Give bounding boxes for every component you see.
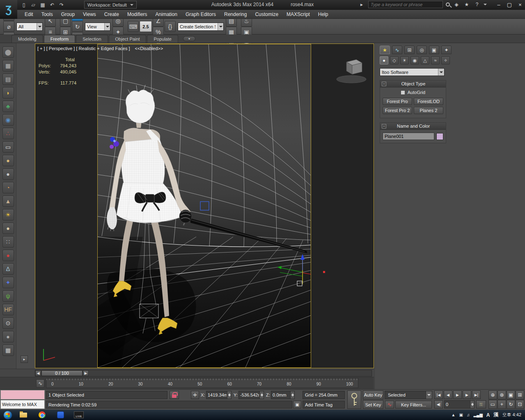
taskbar-clock[interactable]: 오후 4:42 (502, 412, 521, 418)
next-frame-button[interactable]: ▶ (463, 390, 471, 399)
pebble-icon[interactable]: ● (2, 331, 14, 342)
maxscript-mini-listener[interactable]: Welcome to MAX (0, 400, 45, 409)
menu-item[interactable]: Customize (251, 10, 282, 18)
ime-hanja-indicator[interactable]: 漢 (494, 411, 499, 418)
search-flyout-icon[interactable]: ▸ (358, 1, 365, 8)
render-safe-frame[interactable] (97, 44, 311, 368)
zoom-all-icon[interactable]: ⊛ (497, 390, 506, 399)
object-category-dropdown[interactable]: Itoo Software (380, 68, 445, 76)
favorites-icon[interactable]: ★ (463, 1, 470, 8)
zoom-extents-all-icon[interactable]: ⊞ (516, 390, 524, 399)
selection-filter-dropdown[interactable]: All (16, 23, 43, 31)
search-input[interactable] (368, 1, 443, 8)
menu-item[interactable]: Views (79, 10, 100, 18)
object-type-button[interactable]: Forest Pro (383, 98, 412, 105)
orbit-icon[interactable]: ↻ (507, 400, 515, 409)
previous-frame-button[interactable]: ◀ (444, 390, 452, 399)
viewport-scene[interactable] (98, 44, 311, 367)
y-coordinate-field[interactable] (238, 391, 264, 399)
key-filters-button[interactable]: Key Filters... (395, 401, 432, 409)
stone-icon[interactable]: ● (2, 223, 14, 234)
current-frame-field[interactable] (444, 400, 475, 409)
menu-item[interactable]: Tools (37, 10, 57, 18)
next-frame-arrow[interactable]: ▶ (83, 370, 89, 376)
menu-item[interactable]: Modifiers (123, 10, 151, 18)
tan-sphere-icon[interactable]: ● (2, 155, 14, 166)
z-coordinate-field[interactable] (271, 391, 295, 399)
cameras-icon[interactable]: ◉ (410, 56, 419, 64)
key-set-dropdown[interactable]: Selected (385, 391, 432, 399)
toolbar-flyout-button[interactable]: ▸ (21, 356, 28, 363)
picture-icon[interactable]: ▦ (2, 60, 14, 71)
menu-item[interactable]: Group (57, 10, 79, 18)
time-tag-field[interactable]: Add Time Tag (303, 401, 345, 409)
object-color-swatch[interactable] (436, 133, 443, 140)
spheres-icon[interactable]: ∴ (2, 128, 14, 139)
spinner[interactable] (259, 391, 264, 399)
hierarchy-tab-icon[interactable]: ⊞ (404, 46, 415, 54)
shapes-icon[interactable]: ◇ (390, 56, 399, 64)
viewport-label-text[interactable]: [ + ] [ Perspective ] [ Realistic + Edge… (37, 46, 130, 51)
x-coordinate-field[interactable] (206, 391, 232, 399)
hf-icon[interactable]: HF (2, 304, 14, 315)
blue-app-taskbar-button[interactable] (53, 410, 68, 420)
flower-icon[interactable]: ✦ (2, 277, 14, 288)
grid-icon[interactable]: ▦ (2, 344, 14, 356)
create-tab-icon[interactable]: ★ (380, 46, 390, 54)
redo-icon[interactable]: ↷ (57, 1, 66, 9)
pan-icon[interactable]: + (497, 400, 506, 409)
cylinder-icon[interactable]: ⬤ (2, 46, 14, 58)
progressive-display-toggle[interactable]: ▣ (293, 401, 301, 409)
reference-coordinate-dropdown[interactable]: View (85, 23, 110, 31)
ribbon-tab[interactable]: Selection (76, 35, 108, 43)
zoom-icon[interactable]: ⊕ (488, 390, 497, 399)
time-slider-thumb[interactable]: 0 / 100 (41, 370, 83, 376)
lights-icon[interactable]: ☀ (400, 56, 409, 64)
menu-item[interactable]: Help (314, 10, 332, 18)
max-logo-icon[interactable]: Ʒ (0, 0, 17, 19)
named-selection-sets-icon[interactable]: {} (165, 21, 176, 32)
ribbon-minimize-button[interactable]: ▾ (183, 36, 195, 41)
save-file-icon[interactable]: ▦ (39, 1, 47, 9)
maximize-viewport-icon[interactable]: ⊡ (516, 400, 524, 409)
menu-item[interactable]: Rendering (220, 10, 251, 18)
absolute-offset-toggle[interactable]: ✛ (191, 391, 199, 399)
zoom-region-icon[interactable]: ▭ (488, 400, 497, 409)
spinner[interactable] (227, 391, 231, 399)
ribbon-tab[interactable]: Populate (147, 35, 178, 43)
close-button[interactable]: × (517, 2, 523, 8)
search-icon[interactable] (446, 2, 450, 7)
ribbon-tab[interactable]: Freeform (44, 35, 76, 43)
help-menu-chevron-icon[interactable] (484, 4, 487, 7)
snap-25-button[interactable]: 2.5 (140, 21, 152, 32)
track-bar-ruler[interactable]: 0102030405060708090100 (46, 378, 358, 388)
motion-tab-icon[interactable]: ◎ (417, 46, 427, 54)
play-button[interactable]: ▶ (453, 390, 462, 399)
keyboard-override-icon[interactable]: ⌨ (128, 21, 139, 32)
auto-key-button[interactable]: Auto Key (363, 390, 383, 399)
menu-item[interactable]: Edit (21, 10, 37, 18)
object-type-rollout-header[interactable]: − Object Type (380, 80, 446, 87)
object-name-field[interactable] (383, 133, 434, 140)
volume-icon[interactable]: ♫ (467, 413, 470, 417)
spinner[interactable] (290, 391, 294, 399)
cake-icon[interactable]: ◔ (2, 182, 14, 193)
menu-item[interactable]: Graph Editors (181, 10, 220, 18)
tray-expand-icon[interactable]: ▲ (452, 413, 456, 417)
set-key-button[interactable]: Set Key (363, 400, 383, 409)
network-icon[interactable]: ▂▄▆ (473, 413, 482, 417)
display-tab-icon[interactable]: ▣ (429, 46, 439, 54)
dots-icon[interactable]: ∷ (2, 236, 14, 248)
flask-icon[interactable]: Δ (2, 263, 14, 275)
spinner[interactable] (470, 401, 474, 408)
previous-key-button[interactable]: ◀| (434, 400, 443, 409)
named-selection-set-field[interactable]: Create Selection Set (178, 23, 224, 31)
name-color-rollout-header[interactable]: − Name and Color (380, 123, 446, 130)
selection-lock-toggle[interactable] (170, 391, 179, 399)
space-warps-icon[interactable]: ≈ (431, 56, 440, 64)
cone-icon[interactable]: ▲ (2, 195, 14, 207)
utilities-tab-icon[interactable]: ✦ (441, 46, 452, 54)
viewcube[interactable] (335, 56, 368, 83)
plane-icon[interactable]: ▭ (2, 141, 14, 153)
default-tangent-button[interactable]: ∿ (385, 401, 394, 409)
